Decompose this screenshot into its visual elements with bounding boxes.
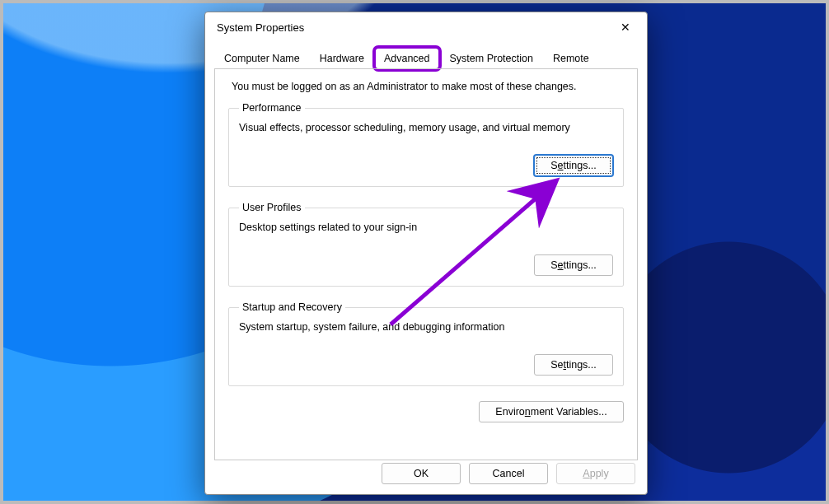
- user-profiles-group: User Profiles Desktop settings related t…: [228, 202, 624, 287]
- tab-strip: Computer Name Hardware Advanced System P…: [205, 42, 647, 68]
- titlebar: System Properties ✕: [205, 12, 647, 42]
- tab-advanced[interactable]: Advanced: [375, 48, 439, 69]
- user-profiles-settings-button[interactable]: Settings...: [534, 254, 613, 276]
- performance-group: Performance Visual effects, processor sc…: [228, 102, 624, 187]
- advanced-tab-panel: You must be logged on as an Administrato…: [214, 68, 638, 460]
- tab-remote[interactable]: Remote: [544, 48, 598, 69]
- button-label: Environment Variables...: [495, 406, 607, 418]
- cancel-button[interactable]: Cancel: [469, 463, 548, 484]
- admin-note: You must be logged on as an Administrato…: [232, 81, 624, 92]
- user-profiles-legend: User Profiles: [239, 202, 305, 213]
- startup-recovery-legend: Startup and Recovery: [239, 301, 345, 313]
- button-label: Settings...: [550, 259, 597, 271]
- startup-recovery-settings-button[interactable]: Settings...: [534, 354, 613, 376]
- system-properties-dialog: System Properties ✕ Computer Name Hardwa…: [204, 12, 648, 495]
- performance-desc: Visual effects, processor scheduling, me…: [239, 122, 613, 133]
- startup-recovery-desc: System startup, system failure, and debu…: [239, 321, 613, 333]
- performance-settings-button[interactable]: Settings...: [534, 155, 613, 176]
- environment-variables-button[interactable]: Environment Variables...: [479, 401, 624, 422]
- close-button[interactable]: ✕: [609, 16, 642, 39]
- tab-system-protection[interactable]: System Protection: [441, 48, 542, 69]
- button-label: Apply: [583, 468, 608, 479]
- window-title: System Properties: [217, 21, 304, 34]
- tab-computer-name[interactable]: Computer Name: [215, 48, 309, 69]
- user-profiles-desc: Desktop settings related to your sign-in: [239, 222, 613, 233]
- close-icon: ✕: [621, 21, 630, 34]
- performance-legend: Performance: [239, 102, 305, 114]
- button-label: Settings...: [550, 359, 597, 371]
- startup-recovery-group: Startup and Recovery System startup, sys…: [228, 301, 624, 386]
- button-label: Settings...: [550, 160, 597, 171]
- desktop-background: System Properties ✕ Computer Name Hardwa…: [0, 0, 829, 504]
- ok-button[interactable]: OK: [382, 463, 461, 484]
- apply-button: Apply: [556, 463, 635, 484]
- tab-hardware[interactable]: Hardware: [311, 48, 373, 69]
- dialog-action-bar: OK Cancel Apply: [382, 463, 635, 484]
